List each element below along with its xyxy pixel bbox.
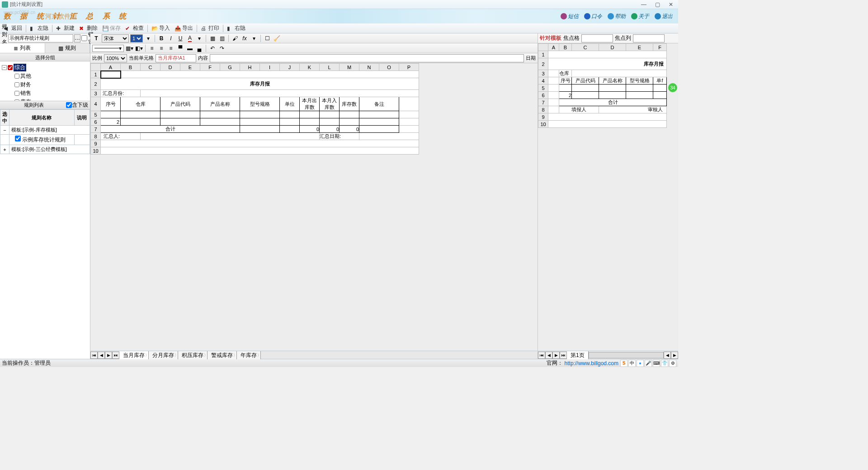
page-nav-last[interactable]: ⏭ [560,352,567,359]
template-preview[interactable]: A B C D E F 1 2库存月报 3仓库 4 序号 产品代码 产品名称 型… [538,43,678,351]
ime-voice-icon[interactable]: 🎤 [645,360,652,367]
tree-checkbox[interactable] [8,65,13,70]
cell-ref-input[interactable] [156,54,196,62]
sheet-title[interactable]: 库存月报 [101,78,419,90]
font-size-select[interactable]: 10 [130,34,143,42]
page-nav-first[interactable]: ⏮ [538,352,545,359]
table-row[interactable]: +模板:[示例-三公经费模板] [0,145,90,154]
insert-button[interactable]: ▾ [250,34,258,42]
expand-icon[interactable]: − [2,65,7,70]
sheet-tab-yearly[interactable]: 年库存 [237,351,261,359]
border-color-button[interactable]: ◧▾ [135,44,143,52]
link-password[interactable]: 口令 [582,13,604,20]
line-style-select[interactable]: ▾ [92,45,124,52]
tree-root[interactable]: − 综合 [2,63,88,72]
tab-nav-first[interactable]: ⏮ [90,352,98,359]
bold-button[interactable]: B [157,34,165,42]
page-tab-1[interactable]: 第1页 [567,351,589,359]
group-tree[interactable]: − 综合 其他 财务 销售 库存 [0,61,90,101]
font-color-button[interactable]: A [186,34,194,42]
underline-button[interactable]: U [176,34,184,42]
align-top-button[interactable]: ▀ [176,44,184,52]
save-button[interactable]: 💾保存 [100,24,123,33]
tab-nav-prev[interactable]: ◀ [98,352,105,359]
link-sms[interactable]: 短信 [559,13,580,20]
sheet-tab-current[interactable]: 当月库存 [119,351,149,359]
tree-node-sales[interactable]: 销售 [14,89,88,98]
checkbox-insert-button[interactable]: ☐ [263,34,271,42]
split-button[interactable]: ▥ [218,34,226,42]
tab-nav-next[interactable]: ▶ [105,352,112,359]
delete-icon: ✖ [79,25,85,32]
check-button[interactable]: ✔检查 [123,24,146,33]
page-nav-prev[interactable]: ◀ [545,352,552,359]
new-icon: ✚ [56,25,62,32]
font-type-icon[interactable]: T [92,34,100,42]
left-hide-button[interactable]: ▮左隐 [28,24,50,33]
sheet-tab-overstock[interactable]: 积压库存 [178,351,208,359]
tree-node-other[interactable]: 其他 [14,72,88,80]
close-button[interactable]: ✕ [668,2,674,7]
ime-punct-icon[interactable]: ● [637,360,644,367]
align-middle-button[interactable]: ▬ [186,44,194,52]
align-center-button[interactable]: ≡ [157,44,165,52]
export-button[interactable]: 📤导出 [173,24,195,33]
ratio-select[interactable]: 100% [104,54,127,62]
tree-node-finance[interactable]: 财务 [14,80,88,89]
align-right-button[interactable]: ≡ [167,44,175,52]
clear-format-button[interactable]: 🧹 [273,34,281,42]
print-button[interactable]: 🖨打印 [199,24,221,33]
redo-button[interactable]: ↷ [218,44,226,52]
maximize-button[interactable]: ▢ [655,2,660,7]
ime-lang-icon[interactable]: 中 [628,360,636,367]
rule-name-input[interactable] [8,34,73,42]
sheet-tab-alert[interactable]: 警戒库存 [208,351,237,359]
ime-settings-icon[interactable]: ⚙ [669,360,676,367]
link-exit[interactable]: 退出 [653,13,675,20]
cell-a1[interactable] [101,71,121,78]
lock-checkbox[interactable] [81,35,87,41]
h-scrollbar[interactable] [589,352,664,358]
new-button[interactable]: ✚新建 [54,24,76,33]
import-button[interactable]: 📂导入 [150,24,172,33]
table-row[interactable]: −模板:[示例-库存模板] [0,126,90,135]
focus-col-input[interactable] [633,34,665,42]
tree-node-inventory[interactable]: 库存 [14,98,88,101]
function-button[interactable]: fx [241,34,249,42]
spreadsheet[interactable]: ABCD EFGH IJKL MNOP 1 2库存月报 3汇总月份: 4 序号 … [90,63,538,351]
cell-content-input[interactable] [210,54,524,62]
align-left-button[interactable]: ≡ [148,44,156,52]
scroll-left[interactable]: ◀ [664,352,671,359]
minimize-button[interactable]: — [641,2,646,7]
font-name-select[interactable]: 宋体 [102,34,129,42]
ime-keyboard-icon[interactable]: ⌨ [653,360,660,367]
font-size-dropdown[interactable]: ▾ [144,34,152,42]
table-row[interactable]: 示例库存统计规则 [0,135,90,145]
link-help[interactable]: 帮助 [606,13,627,20]
include-sub-checkbox[interactable] [66,102,72,108]
merge-button[interactable]: ▦ [208,34,217,42]
tab-nav-last[interactable]: ⏭ [112,352,119,359]
ime-skin-icon[interactable]: 👕 [661,360,668,367]
link-about[interactable]: 关于 [629,13,651,20]
page-nav-next[interactable]: ▶ [552,352,560,359]
import-icon: 📂 [151,25,158,32]
right-hide-button[interactable]: ▮右隐 [225,24,247,33]
focus-cell-input[interactable] [581,34,613,42]
italic-button[interactable]: I [167,34,175,42]
save-icon: 💾 [102,25,108,32]
border-button[interactable]: ▦▾ [125,44,133,52]
tab-list[interactable]: ≣列表 [0,43,45,53]
ime-sogou-icon[interactable]: S [620,360,627,367]
rule-list-table[interactable]: 选中规则名称说明 −模板:[示例-库存模板] 示例库存统计规则 +模板:[示例-… [0,109,90,359]
undo-button[interactable]: ↶ [208,44,217,52]
sheet-tab-monthly[interactable]: 分月库存 [149,351,178,359]
format-painter-button[interactable]: 🖌 [231,34,239,42]
fill-color-button[interactable]: ▾ [195,34,203,42]
align-bottom-button[interactable]: ▄ [195,44,203,52]
site-link[interactable]: http://www.billgod.com [565,360,618,367]
rule-name-browse-button[interactable]: … [74,34,80,42]
select-all-corner[interactable] [91,64,101,71]
scroll-right[interactable]: ▶ [671,352,678,359]
tab-rule[interactable]: ▦规则 [45,43,90,53]
